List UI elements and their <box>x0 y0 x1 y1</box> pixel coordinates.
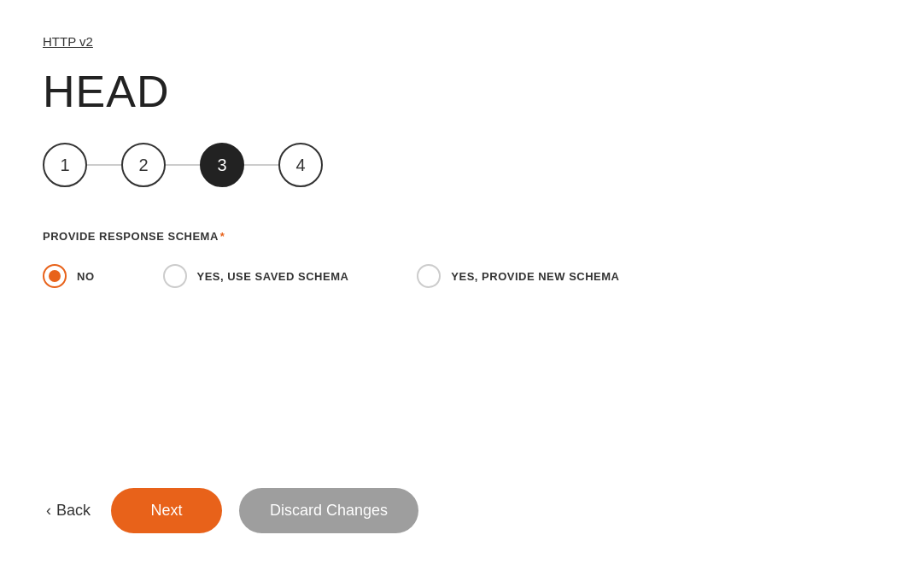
back-button[interactable]: ‹ Back <box>43 495 94 526</box>
back-chevron-icon: ‹ <box>46 502 51 520</box>
discard-button[interactable]: Discard Changes <box>239 488 418 533</box>
radio-label-yes-saved: YES, USE SAVED SCHEMA <box>197 270 349 283</box>
radio-button-yes-new[interactable] <box>417 264 441 288</box>
radio-option-no[interactable]: NO <box>43 264 95 288</box>
section-label: PROVIDE RESPONSE SCHEMA* <box>43 230 881 243</box>
radio-label-no: NO <box>77 270 95 283</box>
step-4[interactable]: 4 <box>278 143 323 187</box>
step-connector-2-3 <box>166 164 200 166</box>
radio-button-no[interactable] <box>43 264 67 288</box>
radio-label-yes-new: YES, PROVIDE NEW SCHEMA <box>451 270 619 283</box>
radio-button-yes-saved[interactable] <box>163 264 187 288</box>
step-1[interactable]: 1 <box>43 143 87 187</box>
page-title: HEAD <box>43 66 881 117</box>
step-connector-1-2 <box>87 164 121 166</box>
breadcrumb-link[interactable]: HTTP v2 <box>43 34 93 49</box>
back-label: Back <box>56 502 91 520</box>
radio-inner-no <box>49 270 61 282</box>
step-2[interactable]: 2 <box>121 143 166 187</box>
buttons-row: ‹ Back Next Discard Changes <box>43 488 418 533</box>
page-container: HTTP v2 HEAD 1 2 3 4 PROVIDE RESPONSE SC… <box>0 0 924 576</box>
step-3[interactable]: 3 <box>200 143 244 187</box>
radio-option-yes-new[interactable]: YES, PROVIDE NEW SCHEMA <box>417 264 619 288</box>
steps-indicator: 1 2 3 4 <box>43 143 881 187</box>
step-connector-3-4 <box>244 164 278 166</box>
next-button[interactable]: Next <box>111 488 222 533</box>
required-star: * <box>220 230 225 243</box>
radio-group: NO YES, USE SAVED SCHEMA YES, PROVIDE NE… <box>43 264 881 288</box>
radio-option-yes-saved[interactable]: YES, USE SAVED SCHEMA <box>163 264 349 288</box>
